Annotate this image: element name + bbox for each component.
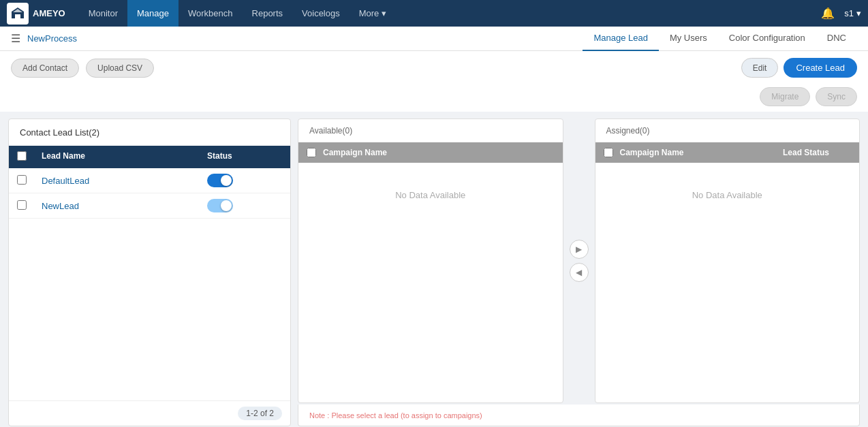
user-chevron-icon: ▾ [856,8,861,18]
add-contact-button[interactable]: Add Contact [11,59,79,78]
header-checkbox-col [17,151,42,163]
default-lead-link[interactable]: DefaultLead [42,176,89,186]
row-2-checkbox[interactable] [17,200,27,210]
nav-items: Monitor Manage Workbench Reports Voicelo… [79,0,822,27]
assigned-no-data: No Data Available [595,163,860,227]
process-name-link[interactable]: NewProcess [27,33,77,44]
notification-bell-icon[interactable]: 🔔 [821,7,835,20]
edit-button[interactable]: Edit [741,58,779,78]
tab-my-users[interactable]: My Users [659,27,718,51]
pagination-badge: 1-2 of 2 [238,407,282,420]
sub-nav-tabs: Manage Lead My Users Color Configuration… [583,27,857,51]
available-title: Available(0) [298,119,563,142]
header-status: Status [207,151,282,163]
table-row: DefaultLead [9,168,290,193]
available-panel: Available(0) Campaign Name No Data Avail… [298,118,563,403]
action-bar: Add Contact Upload CSV Edit Create Lead [0,51,868,84]
logo[interactable]: AMEYO [7,3,65,25]
create-lead-button[interactable]: Create Lead [784,58,857,78]
action-bar-left: Add Contact Upload CSV [11,59,154,78]
row-checkbox-col [17,175,42,187]
logo-icon [7,3,29,25]
contact-lead-list-panel: Contact Lead List(2) Lead Name Status De… [8,118,291,426]
hamburger-icon[interactable]: ☰ [11,32,20,45]
nav-voicelogs[interactable]: Voicelogs [292,0,350,27]
nav-workbench[interactable]: Workbench [179,0,243,27]
upload-csv-button[interactable]: Upload CSV [86,59,154,78]
row-2-checkbox-col [17,200,42,212]
assigned-select-all[interactable] [604,148,613,157]
main-content: Contact Lead List(2) Lead Name Status De… [0,112,868,427]
tab-manage-lead[interactable]: Manage Lead [583,27,659,51]
logo-text: AMEYO [33,8,65,18]
arrow-left-button[interactable]: ◀ [570,263,589,282]
row-2-status [207,199,282,212]
nav-reports[interactable]: Reports [243,0,293,27]
sync-button[interactable]: Sync [816,87,857,106]
row-1-lead-name: DefaultLead [42,176,207,186]
header-lead-name: Lead Name [42,151,207,163]
assigned-table-header: Campaign Name Lead Status [595,142,860,163]
available-no-data: No Data Available [298,163,563,227]
lead-list-title: Contact Lead List(2) [9,119,290,146]
nav-more[interactable]: More ▾ [350,0,397,27]
tab-color-config[interactable]: Color Configuration [718,27,816,51]
action-bar-right: Edit Create Lead [741,58,857,78]
lead-table-header: Lead Name Status [9,146,290,168]
row-1-checkbox[interactable] [17,175,27,185]
top-nav: AMEYO Monitor Manage Workbench Reports V… [0,0,868,27]
arrow-column: ▶ ◀ [566,118,592,403]
new-lead-link[interactable]: NewLead [42,201,79,211]
tab-dnc[interactable]: DNC [816,27,857,51]
nav-monitor[interactable]: Monitor [79,0,127,27]
available-select-all[interactable] [307,148,316,157]
select-all-checkbox[interactable] [17,151,27,161]
assigned-panel: Assigned(0) Campaign Name Lead Status No… [595,118,861,403]
lead-table-body: DefaultLead NewLead [9,168,290,285]
row-1-status [207,174,282,187]
user-label: s1 [844,8,854,18]
sub-nav: ☰ NewProcess Manage Lead My Users Color … [0,27,868,51]
available-col-campaign: Campaign Name [323,148,555,157]
table-footer: 1-2 of 2 [9,400,290,426]
row-2-toggle[interactable] [207,199,233,212]
arrow-right-button[interactable]: ▶ [570,240,589,259]
row-2-lead-name: NewLead [42,201,207,211]
migrate-button[interactable]: Migrate [760,87,810,106]
table-row: NewLead [9,193,290,219]
action-row2: Migrate Sync [0,84,868,112]
assigned-col-campaign: Campaign Name [620,148,777,157]
assigned-col-status: Lead Status [783,148,851,157]
row-1-toggle[interactable] [207,174,233,187]
user-badge[interactable]: s1 ▾ [844,8,861,18]
nav-right: 🔔 s1 ▾ [821,7,861,20]
svg-rect-1 [15,14,20,18]
nav-manage[interactable]: Manage [127,0,179,27]
chevron-down-icon: ▾ [382,8,386,18]
available-table-header: Campaign Name [298,142,563,163]
assigned-title: Assigned(0) [595,119,860,142]
footer-note: Note : Please select a lead (to assign t… [309,411,482,420]
